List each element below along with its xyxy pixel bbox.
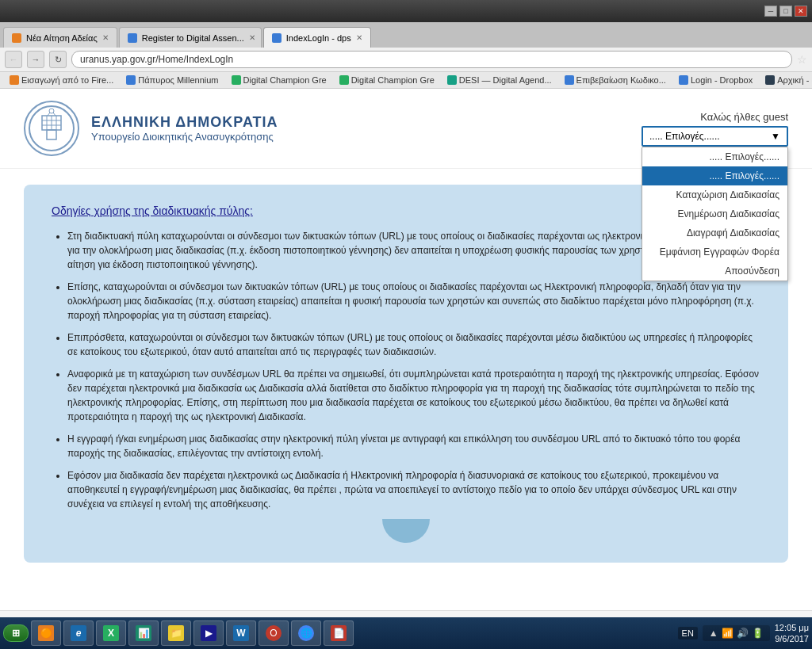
dropdown-item-0[interactable]: ..... Επιλογές...... <box>642 147 787 166</box>
bookmark-2[interactable]: Digital Champion Gre <box>227 74 331 86</box>
taskbar-item-1[interactable]: e <box>63 620 94 644</box>
taskbar-item-6[interactable]: W <box>226 620 256 644</box>
tray-icon-network: 📶 <box>722 628 733 639</box>
bottom-decoration <box>382 519 430 543</box>
browser-frame: ─ □ ✕ Νέα Αίτηση Αδείας ✕ Register to Di… <box>0 0 812 644</box>
system-tray: ▲ 📶 🔊 🔋 <box>703 625 770 641</box>
windows-icon: ⊞ <box>12 628 20 639</box>
instruction-item-3: Αναφορικά με τη καταχώριση των συνδέσμων… <box>67 367 760 424</box>
tray-icon-sound: 🔊 <box>737 628 749 639</box>
bookmark-icon-7 <box>765 75 775 85</box>
tab-1[interactable]: Νέα Αίτηση Αδείας ✕ <box>3 27 117 48</box>
dropdown-menu: ..... Επιλογές...... ..... Επιλογές.....… <box>642 147 788 281</box>
title-bar: ─ □ ✕ <box>0 0 812 22</box>
tab-2-label: Register to Digital Assen... <box>142 33 244 43</box>
logo-text: ΕΛΛΗΝΙΚΗ ΔΗΜΟΚΡΑΤΙΑ Υπουργείο Διοικητική… <box>91 114 278 143</box>
bookmark-icon-2 <box>232 75 241 85</box>
org-name: ΕΛΛΗΝΙΚΗ ΔΗΜΟΚΡΑΤΙΑ <box>91 114 278 131</box>
bookmark-icon-0 <box>10 75 19 85</box>
tray-icon-battery: 🔋 <box>752 628 764 639</box>
taskbar-item-9[interactable]: 📄 <box>324 620 354 644</box>
taskbar-item-4[interactable]: 📁 <box>161 620 191 644</box>
dropdown-item-3[interactable]: Ενημέρωση Διαδικασίας <box>642 204 787 223</box>
logo-emblem <box>24 101 79 156</box>
instruction-item-5: Εφόσον μια διαδικασία δεν παρέχεται ηλεκ… <box>67 468 760 511</box>
taskbar-item-0[interactable]: 🟠 <box>31 620 61 644</box>
back-button[interactable]: ← <box>5 51 22 68</box>
bookmark-0-label: Εισαγωγή από το Fire... <box>21 75 113 85</box>
address-bar: ← → ↻ ☆ <box>0 48 812 72</box>
welcome-text: Καλώς ήλθες guest <box>642 111 788 123</box>
bookmark-3[interactable]: Digital Champion Gre <box>335 74 439 86</box>
tabs-bar: Νέα Αίτηση Αδείας ✕ Register to Digital … <box>0 22 812 48</box>
bookmark-icon-1 <box>126 75 136 85</box>
taskbar-item-7[interactable]: O <box>259 620 289 644</box>
bookmark-6[interactable]: Login - Dropbox <box>674 74 757 86</box>
refresh-button[interactable]: ↻ <box>49 51 67 68</box>
bookmark-7[interactable]: Αρχική - dps <box>760 74 812 86</box>
tab-3[interactable]: IndexLogIn - dps ✕ <box>263 27 371 48</box>
taskbar-item-2[interactable]: X <box>96 620 126 644</box>
taskbar-item-8[interactable]: 🌐 <box>291 620 321 644</box>
taskbar-icon-1: e <box>71 625 86 641</box>
tab-3-label: IndexLogIn - dps <box>286 33 351 43</box>
bookmark-6-label: Login - Dropbox <box>691 75 753 85</box>
dropdown-item-1[interactable]: ..... Επιλογές...... <box>642 166 787 185</box>
bookmark-1-label: Πάπυρος Millennium <box>138 75 218 85</box>
bookmark-star[interactable]: ☆ <box>797 53 807 66</box>
bookmark-icon-5 <box>565 75 574 85</box>
tab-icon-2 <box>128 33 137 43</box>
bookmark-7-label: Αρχική - dps <box>777 75 812 85</box>
start-button[interactable]: ⊞ <box>3 624 29 642</box>
forward-button[interactable]: → <box>27 51 44 68</box>
taskbar-icon-4: 📁 <box>168 625 184 641</box>
options-dropdown[interactable]: ..... Επιλογές...... ▼ <box>642 126 788 147</box>
url-input[interactable] <box>71 51 792 68</box>
bookmark-2-label: Digital Champion Gre <box>243 75 327 85</box>
clock-time: 12:05 μμ <box>775 622 809 633</box>
dropdown-item-2[interactable]: Καταχώριση Διαδικασίας <box>642 185 787 204</box>
bookmark-0[interactable]: Εισαγωγή από το Fire... <box>5 74 118 86</box>
dropdown-item-5[interactable]: Εμφάνιση Εγγραφών Φορέα <box>642 242 787 262</box>
svg-rect-7 <box>47 130 56 139</box>
tab-1-close[interactable]: ✕ <box>102 33 109 42</box>
taskbar-icon-3: 📊 <box>136 625 151 641</box>
taskbar-item-5[interactable]: ▶ <box>193 620 224 644</box>
dropdown-item-6[interactable]: Αποσύνδεση <box>642 262 787 281</box>
clock: 12:05 μμ 9/6/2017 <box>775 622 809 644</box>
taskbar-item-3[interactable]: 📊 <box>128 620 159 644</box>
bookmark-3-label: Digital Champion Gre <box>351 75 435 85</box>
minimize-button[interactable]: ─ <box>764 6 777 17</box>
instruction-item-1: Επίσης, καταχωρούνται οι σύνδεσμοι των δ… <box>67 280 760 323</box>
taskbar-icon-6: W <box>233 625 249 641</box>
bookmark-4[interactable]: DESI — Digital Agend... <box>442 74 557 86</box>
page-content: ΕΛΛΗΝΙΚΗ ΔΗΜΟΚΡΑΤΙΑ Υπουργείο Διοικητική… <box>0 89 812 644</box>
maximize-button[interactable]: □ <box>779 6 792 17</box>
tab-2[interactable]: Register to Digital Assen... ✕ <box>119 27 262 48</box>
bookmark-5-label: Επιβεβαίωση Κωδικο... <box>576 75 666 85</box>
window-controls: ─ □ ✕ <box>764 6 807 17</box>
clock-date: 9/6/2017 <box>775 633 809 644</box>
bookmarks-bar: Εισαγωγή από το Fire... Πάπυρος Millenni… <box>0 72 812 89</box>
tab-1-label: Νέα Αίτηση Αδείας <box>26 33 98 43</box>
header-right: Καλώς ήλθες guest ..... Επιλογές...... ▼… <box>642 111 788 147</box>
tray-icon-up: ▲ <box>709 628 718 639</box>
bookmark-icon-6 <box>679 75 688 85</box>
bookmark-4-label: DESI — Digital Agend... <box>459 75 552 85</box>
bookmark-5[interactable]: Επιβεβαίωση Κωδικο... <box>560 74 671 86</box>
tab-icon-1 <box>12 33 21 43</box>
taskbar-icon-0: 🟠 <box>38 625 54 641</box>
taskbar: ⊞ 🟠 e X 📊 📁 ▶ W O 🌐 📄 EN ▲ 📶 🔊 🔋 12 <box>0 617 812 644</box>
dropdown-item-4[interactable]: Διαγραφή Διαδικασίας <box>642 223 787 242</box>
language-indicator[interactable]: EN <box>678 627 698 639</box>
instruction-item-2: Επιπρόσθετα, καταχωρούνται οι σύνδεσμοι … <box>67 330 760 359</box>
taskbar-icon-2: X <box>103 625 119 641</box>
taskbar-icon-9: 📄 <box>331 625 347 641</box>
tab-3-close[interactable]: ✕ <box>356 33 362 42</box>
bookmark-1[interactable]: Πάπυρος Millennium <box>121 74 223 86</box>
close-button[interactable]: ✕ <box>795 6 807 17</box>
tab-2-close[interactable]: ✕ <box>249 33 255 42</box>
dropdown-selected-value: ..... Επιλογές...... <box>649 131 720 142</box>
chevron-down-icon: ▼ <box>771 131 780 142</box>
emblem-svg <box>28 105 75 152</box>
